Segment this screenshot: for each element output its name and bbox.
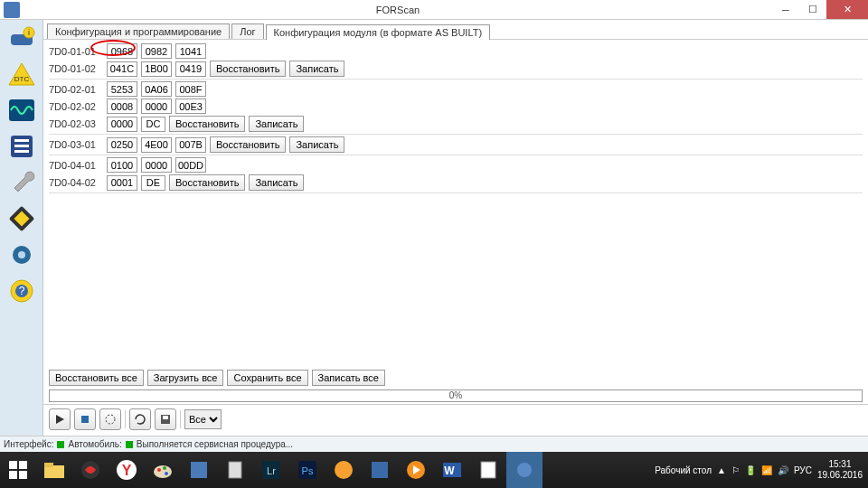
sidebar-oscilloscope-icon[interactable] (4, 94, 40, 127)
row-address: 7D0-02-01 (49, 84, 103, 95)
restore-button[interactable]: Восстановить (210, 61, 286, 77)
tray-network-icon[interactable]: 📶 (761, 465, 772, 475)
row-address: 7D0-04-02 (49, 177, 103, 188)
restore-all-button[interactable]: Восстановить все (49, 370, 144, 386)
hex-cell[interactable] (107, 137, 137, 153)
row-address: 7D0-02-02 (49, 101, 103, 112)
load-all-button[interactable]: Загрузить все (147, 370, 224, 386)
row-address: 7D0-02-03 (49, 118, 103, 129)
table-row: 7D0-02-02 (49, 99, 863, 114)
maximize-button[interactable]: ☐ (799, 0, 826, 19)
taskbar-app5-icon[interactable] (362, 452, 398, 488)
hex-cell[interactable] (141, 157, 172, 173)
tray-volume-icon[interactable]: 🔊 (778, 465, 788, 475)
svg-rect-23 (19, 461, 27, 469)
svg-rect-5 (9, 99, 34, 121)
hex-cell[interactable] (107, 117, 137, 132)
hex-cell[interactable] (175, 61, 206, 77)
save-all-button[interactable]: Сохранить все (227, 370, 307, 386)
write-button[interactable]: Записать (249, 174, 304, 191)
svg-rect-35 (191, 462, 207, 478)
hex-cell[interactable] (141, 175, 165, 191)
restore-button[interactable]: Восстановить (169, 116, 245, 132)
status-message: Выполняется сервисная процедура... (137, 439, 293, 449)
tray-up-icon[interactable]: ▲ (717, 465, 726, 475)
svg-marker-17 (56, 415, 64, 424)
sidebar-help-icon[interactable]: ? (4, 275, 40, 307)
sidebar-checklist-icon[interactable] (4, 130, 40, 163)
restore-button[interactable]: Восстановить (169, 174, 245, 191)
tab-config[interactable]: Конфигурация и программирование (47, 23, 230, 39)
hex-cell[interactable] (141, 137, 172, 153)
hex-cell[interactable] (107, 175, 137, 191)
filter-combo[interactable]: Все (184, 409, 222, 429)
hex-cell[interactable] (141, 43, 172, 59)
hex-cell[interactable] (141, 81, 172, 97)
taskbar-word-icon[interactable]: W (434, 452, 470, 488)
taskbar-app3-icon[interactable] (181, 452, 217, 488)
tray-clock[interactable]: 15:31 19.06.2016 (817, 459, 863, 481)
svg-text:W: W (444, 465, 455, 477)
hex-cell[interactable] (141, 99, 172, 114)
hex-cell[interactable] (175, 137, 206, 153)
hex-cell[interactable] (107, 61, 137, 77)
hex-cell[interactable] (107, 99, 137, 114)
sidebar-chip-icon[interactable] (4, 202, 40, 235)
start-button[interactable] (0, 452, 36, 488)
taskbar-yandex-icon[interactable]: Y (108, 452, 145, 488)
taskbar-paint-icon[interactable] (145, 452, 181, 488)
tray-lang[interactable]: РУС (794, 465, 812, 475)
svg-rect-7 (14, 139, 29, 142)
tray-flag-icon[interactable]: ⚐ (731, 465, 740, 475)
taskbar-explorer-icon[interactable] (36, 452, 72, 488)
play-button[interactable] (49, 408, 71, 430)
hex-cell[interactable] (175, 43, 206, 59)
hex-cell[interactable] (107, 81, 137, 97)
hex-cell[interactable] (107, 43, 137, 59)
hex-cell[interactable] (175, 99, 206, 114)
table-row: 7D0-01-01 (49, 43, 863, 59)
sidebar: i DTC ? (0, 20, 43, 452)
taskbar-app6-icon[interactable] (470, 452, 506, 488)
svg-text:Y: Y (122, 463, 132, 478)
svg-rect-18 (81, 416, 89, 423)
auto-led-icon (126, 441, 133, 448)
stop-button[interactable] (74, 408, 96, 430)
sidebar-vehicle-icon[interactable]: i (4, 22, 40, 54)
tab-module-config[interactable]: Конфигурация модуля (в формате AS BUILT) (266, 24, 491, 40)
taskbar-app4-icon[interactable] (326, 452, 362, 488)
write-button[interactable]: Записать (289, 136, 344, 153)
hex-cell[interactable] (175, 81, 206, 97)
refresh-button[interactable] (129, 408, 151, 430)
tray-battery-icon[interactable]: 🔋 (745, 465, 756, 475)
write-all-button[interactable]: Записать все (312, 370, 385, 386)
restore-button[interactable]: Восстановить (210, 136, 286, 153)
write-button[interactable]: Записать (249, 116, 304, 132)
minimize-button[interactable]: ─ (772, 0, 799, 19)
hex-cell[interactable] (175, 157, 206, 173)
write-button[interactable]: Записать (289, 61, 344, 77)
table-row: 7D0-02-01 (49, 81, 863, 97)
taskbar-calc-icon[interactable] (217, 452, 253, 488)
hex-cell[interactable] (141, 117, 165, 132)
sidebar-gear-icon[interactable] (4, 239, 40, 271)
target-button[interactable] (99, 408, 121, 430)
tray-desktop-label[interactable]: Рабочий стол (655, 465, 712, 475)
close-button[interactable]: ✕ (826, 0, 868, 19)
taskbar-forscan-icon[interactable] (506, 452, 542, 488)
table-row: 7D0-04-01 (49, 157, 863, 173)
svg-point-34 (165, 472, 168, 475)
svg-rect-42 (372, 462, 388, 478)
taskbar-photoshop-icon[interactable]: Ps (289, 452, 326, 488)
taskbar-media-icon[interactable] (398, 452, 434, 488)
row-address: 7D0-04-01 (49, 160, 103, 171)
hex-cell[interactable] (107, 157, 137, 173)
taskbar-app1-icon[interactable] (72, 452, 108, 488)
sidebar-dtc-icon[interactable]: DTC (4, 58, 40, 90)
status-auto-label: Автомобиль: (68, 439, 121, 449)
taskbar-lightroom-icon[interactable]: Lr (253, 452, 289, 488)
save-button[interactable] (155, 408, 176, 430)
sidebar-wrench-icon[interactable] (4, 166, 40, 199)
hex-cell[interactable] (141, 61, 172, 77)
tab-log[interactable]: Лог (231, 23, 263, 39)
